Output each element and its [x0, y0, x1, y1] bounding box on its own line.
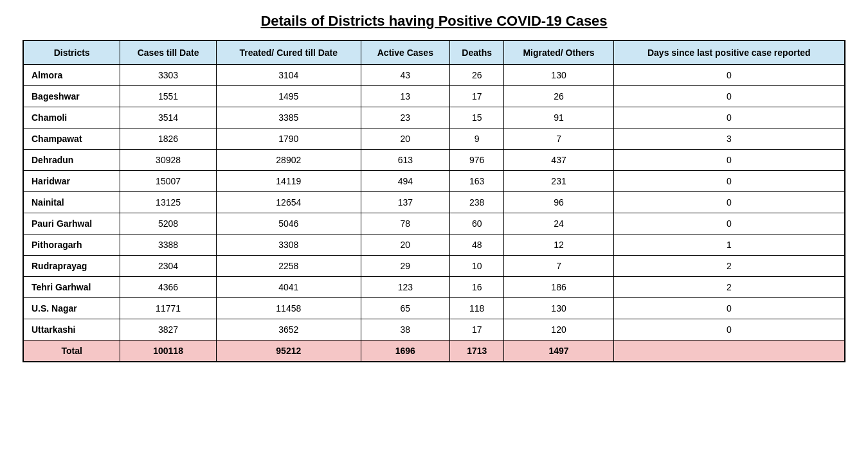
table-row: Uttarkashi3827365238171200 — [23, 319, 845, 341]
cell-migrated: 96 — [504, 192, 613, 213]
cell-active: 65 — [361, 298, 449, 319]
table-header-row: Districts Cases till Date Treated/ Cured… — [23, 40, 845, 65]
cell-district: Bageshwar — [23, 86, 120, 107]
cell-migrated: 7 — [504, 128, 613, 150]
cell-active: 13 — [361, 86, 449, 107]
cell-days: 0 — [613, 150, 845, 171]
cell-active: 20 — [361, 234, 449, 256]
total-cases: 100118 — [120, 341, 217, 362]
main-container: Details of Districts having Positive COV… — [23, 13, 845, 362]
table-row: Pithoragarh338833082048121 — [23, 234, 845, 256]
cell-deaths: 17 — [449, 319, 504, 341]
page-title: Details of Districts having Positive COV… — [23, 13, 845, 30]
cell-migrated: 24 — [504, 213, 613, 234]
cell-district: Almora — [23, 65, 120, 86]
table-row: Tehri Garhwal43664041123161862 — [23, 277, 845, 298]
cell-deaths: 9 — [449, 128, 504, 150]
cell-deaths: 118 — [449, 298, 504, 319]
table-row: Haridwar15007141194941632310 — [23, 171, 845, 192]
cell-active: 38 — [361, 319, 449, 341]
cell-migrated: 130 — [504, 298, 613, 319]
header-migrated-others: Migrated/ Others — [504, 40, 613, 65]
table-row: Bageshwar155114951317260 — [23, 86, 845, 107]
cell-cases: 5208 — [120, 213, 217, 234]
cell-district: Nainital — [23, 192, 120, 213]
cell-active: 137 — [361, 192, 449, 213]
total-treated: 95212 — [216, 341, 361, 362]
cell-cases: 11771 — [120, 298, 217, 319]
cell-district: U.S. Nagar — [23, 298, 120, 319]
cell-days: 2 — [613, 256, 845, 277]
cell-active: 20 — [361, 128, 449, 150]
table-row: Almora3303310443261300 — [23, 65, 845, 86]
cell-treated: 5046 — [216, 213, 361, 234]
header-treated-cured: Treated/ Cured till Date — [216, 40, 361, 65]
cell-migrated: 130 — [504, 65, 613, 86]
cell-migrated: 7 — [504, 256, 613, 277]
cell-treated: 3308 — [216, 234, 361, 256]
cell-district: Haridwar — [23, 171, 120, 192]
cell-migrated: 91 — [504, 107, 613, 128]
cell-active: 78 — [361, 213, 449, 234]
header-active-cases: Active Cases — [361, 40, 449, 65]
cell-cases: 1826 — [120, 128, 217, 150]
cell-days: 0 — [613, 107, 845, 128]
cell-district: Champawat — [23, 128, 120, 150]
cell-deaths: 15 — [449, 107, 504, 128]
total-migrated: 1497 — [504, 341, 613, 362]
cell-days: 3 — [613, 128, 845, 150]
cell-deaths: 17 — [449, 86, 504, 107]
table-row: Dehradun30928289026139764370 — [23, 150, 845, 171]
cell-deaths: 60 — [449, 213, 504, 234]
cell-active: 494 — [361, 171, 449, 192]
cell-cases: 15007 — [120, 171, 217, 192]
cell-days: 0 — [613, 171, 845, 192]
cell-days: 1 — [613, 234, 845, 256]
cell-days: 0 — [613, 319, 845, 341]
total-deaths: 1713 — [449, 341, 504, 362]
cell-days: 0 — [613, 86, 845, 107]
cell-district: Tehri Garhwal — [23, 277, 120, 298]
cell-cases: 1551 — [120, 86, 217, 107]
cell-district: Dehradun — [23, 150, 120, 171]
cell-treated: 11458 — [216, 298, 361, 319]
cell-deaths: 10 — [449, 256, 504, 277]
total-days — [613, 341, 845, 362]
cell-cases: 3827 — [120, 319, 217, 341]
header-districts: Districts — [23, 40, 120, 65]
cell-treated: 12654 — [216, 192, 361, 213]
cell-active: 43 — [361, 65, 449, 86]
table-row: Pauri Garhwal520850467860240 — [23, 213, 845, 234]
table-row: Chamoli351433852315910 — [23, 107, 845, 128]
cell-active: 29 — [361, 256, 449, 277]
cell-deaths: 976 — [449, 150, 504, 171]
cell-treated: 3385 — [216, 107, 361, 128]
cell-days: 0 — [613, 213, 845, 234]
cell-migrated: 120 — [504, 319, 613, 341]
cell-days: 2 — [613, 277, 845, 298]
table-row: Champawat1826179020973 — [23, 128, 845, 150]
cell-cases: 3514 — [120, 107, 217, 128]
total-label: Total — [23, 341, 120, 362]
cell-active: 613 — [361, 150, 449, 171]
cell-migrated: 231 — [504, 171, 613, 192]
cell-district: Pauri Garhwal — [23, 213, 120, 234]
cell-district: Rudraprayag — [23, 256, 120, 277]
cell-treated: 14119 — [216, 171, 361, 192]
table-row: Nainital1312512654137238960 — [23, 192, 845, 213]
cell-treated: 1790 — [216, 128, 361, 150]
cell-active: 23 — [361, 107, 449, 128]
table-row: Rudraprayag23042258291072 — [23, 256, 845, 277]
header-deaths: Deaths — [449, 40, 504, 65]
cell-cases: 13125 — [120, 192, 217, 213]
cell-treated: 28902 — [216, 150, 361, 171]
cell-treated: 4041 — [216, 277, 361, 298]
cell-deaths: 26 — [449, 65, 504, 86]
total-active: 1696 — [361, 341, 449, 362]
table-row: U.S. Nagar1177111458651181300 — [23, 298, 845, 319]
cell-deaths: 238 — [449, 192, 504, 213]
cell-district: Uttarkashi — [23, 319, 120, 341]
cell-migrated: 186 — [504, 277, 613, 298]
cell-deaths: 16 — [449, 277, 504, 298]
cell-active: 123 — [361, 277, 449, 298]
